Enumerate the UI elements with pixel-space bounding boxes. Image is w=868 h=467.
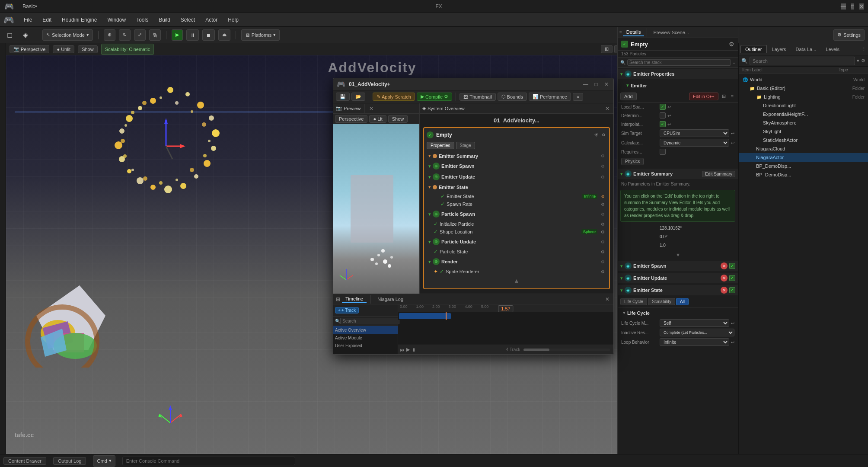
preview-lit-btn[interactable]: ● Lit	[369, 115, 386, 123]
rotate-btn[interactable]: ↻	[119, 29, 131, 41]
tab-timeline[interactable]: Timeline	[342, 295, 367, 303]
spawn-enable-check[interactable]: ✓	[729, 263, 735, 269]
compile-button[interactable]: ▶ Compile ⚙	[417, 93, 452, 101]
menu-edit[interactable]: Edit	[38, 15, 56, 25]
section-emitter-update[interactable]: ▾ ◉ Emitter Update ✕ ✓	[618, 273, 738, 283]
sprite-settings-icon[interactable]: ⚙	[601, 269, 605, 274]
so-item-emitter-state[interactable]: ✓ Emitter State Infinite ⚙	[427, 192, 606, 200]
outliner-dirlight[interactable]: DirectionalLight	[739, 101, 868, 110]
lifecycle-subheader[interactable]: ▾ Life Cycle	[618, 308, 738, 317]
snap-btn[interactable]: ⧎	[149, 29, 161, 41]
particle-spawn-settings-icon[interactable]: ⚙	[601, 212, 605, 217]
so-section-emitter-update[interactable]: ▾ ⊕ Emitter Update ⚙	[427, 172, 606, 182]
add-button[interactable]: Add	[620, 93, 637, 100]
menu-window[interactable]: Window	[103, 15, 130, 25]
play-button[interactable]: ▶	[172, 29, 183, 41]
track-active-module[interactable]: Active Module	[333, 334, 398, 342]
content-drawer-button[interactable]: Content Drawer	[3, 457, 46, 465]
close-button[interactable]: ✕	[859, 3, 864, 10]
emitter-collapse-btn[interactable]: ▲	[427, 275, 606, 286]
outliner-search-input[interactable]	[750, 57, 855, 65]
details-search-input[interactable]	[627, 59, 731, 66]
outliner-skylight[interactable]: SkyLight	[739, 127, 868, 136]
maximize-button[interactable]: □	[851, 3, 854, 10]
edit-summary-button[interactable]: Edit Summary	[702, 171, 735, 177]
update-remove-btn[interactable]: ✕	[721, 275, 728, 281]
loop-behavior-dropdown[interactable]: Infinite Once	[660, 338, 729, 346]
outliner-niagaraactor[interactable]: NiagaraActor	[739, 153, 868, 162]
outliner-niagaracloud[interactable]: NiagaraCloud	[739, 144, 868, 153]
console-input[interactable]	[122, 457, 295, 465]
outliner-world[interactable]: 🌐 World World	[739, 75, 868, 84]
particle-update-settings-icon[interactable]: ⚙	[601, 240, 605, 244]
so-item-init-particle[interactable]: ✓ Initialize Particle ⚙	[427, 220, 606, 228]
so-section-particle-spawn[interactable]: ▾ ⊕ Particle Spawn ⚙	[427, 209, 606, 219]
so-section-emitter-state[interactable]: ▾ Emitter State	[427, 183, 606, 191]
preview-show-btn[interactable]: Show	[388, 115, 408, 123]
lifecycle-mode-dropdown[interactable]: Self System	[660, 319, 729, 327]
section-emitter-spawn[interactable]: ▾ ◉ Emitter Spawn ✕ ✓	[618, 261, 738, 271]
scalability-button[interactable]: Scalability: Cinematic	[101, 44, 154, 55]
outliner-staticmesh[interactable]: StaticMeshActor	[739, 136, 868, 144]
prop-local-spa-reset[interactable]: ↩	[667, 105, 671, 109]
outliner-basic[interactable]: 📁 Basic (Editor) Folder	[739, 84, 868, 93]
prop-calculate-dropdown[interactable]: Dynamic Fixed	[660, 139, 729, 147]
lc-tab-scalability[interactable]: Scalability	[648, 298, 675, 305]
menu-actor[interactable]: Actor	[201, 15, 222, 25]
init-particle-icon[interactable]: ⚙	[601, 222, 605, 227]
pause-button[interactable]: ⏸	[186, 29, 199, 41]
details-grid-icon[interactable]: ⊞	[720, 93, 728, 100]
tab-details[interactable]: Details	[623, 29, 645, 36]
eject-button[interactable]: ⏏	[218, 29, 230, 41]
so-tab-stage[interactable]: Stage	[456, 142, 475, 149]
tab-niagara-log[interactable]: Niagara Log	[374, 296, 407, 303]
prop-requires-check[interactable]	[660, 149, 666, 155]
prop-interpolat-check[interactable]: ✓	[660, 121, 666, 127]
preview-viewport-content[interactable]	[333, 124, 419, 294]
details-list-icon[interactable]: ≡	[729, 93, 735, 100]
preview-perspective-btn[interactable]: Perspective	[335, 115, 367, 123]
lifecycle-mode-reset[interactable]: ↩	[731, 321, 734, 326]
so-item-spawn-rate[interactable]: ✓ Spawn Rate ⚙	[427, 200, 606, 208]
menu-build[interactable]: Build	[154, 15, 175, 25]
prop-calculate-reset[interactable]: ↩	[731, 141, 734, 145]
spawn-remove-btn[interactable]: ✕	[721, 262, 728, 269]
outliner-bp2[interactable]: BP_DemoDisp...	[739, 170, 868, 179]
so-section-emitter-spawn[interactable]: ▾ ⊕ Emitter Spawn ⚙	[427, 161, 606, 171]
tab-levels[interactable]: Levels	[821, 45, 844, 53]
niagara-browse-btn[interactable]: 📂	[351, 93, 365, 101]
settings-button[interactable]: ⚙ Settings	[833, 29, 865, 41]
so-item-sprite-renderer[interactable]: ✦ ✓ Sprite Renderer ⚙	[427, 268, 606, 275]
emitter-update-settings-icon[interactable]: ⚙	[601, 175, 605, 179]
menu-houdini[interactable]: Houdini Engine	[57, 15, 101, 25]
details-filter-icon[interactable]: ≡	[733, 60, 735, 65]
thumbnail-button[interactable]: 🖼 Thumbnail	[460, 93, 495, 101]
tab-data-layers[interactable]: Data La...	[791, 45, 821, 53]
so-tab-properties[interactable]: Properties	[427, 142, 454, 149]
prop-determin-check[interactable]	[660, 112, 666, 118]
unlit-button[interactable]: ● Unlit	[53, 45, 74, 53]
menu-file[interactable]: File	[19, 15, 36, 25]
perspective-button[interactable]: 📷 Perspective	[10, 45, 49, 53]
tab-layers[interactable]: Layers	[768, 45, 791, 53]
summary-expand-btn[interactable]: ▾	[618, 249, 738, 260]
settings-icon[interactable]: ⚙	[861, 58, 865, 64]
lc-tab-lifecycle[interactable]: Life Cycle	[620, 298, 647, 305]
menu-tools[interactable]: Tools	[132, 15, 153, 25]
loop-behavior-reset[interactable]: ↩	[731, 340, 734, 345]
selection-mode-button[interactable]: ↖ Selection Mode ▾	[42, 29, 93, 41]
close-so-icon[interactable]: ✕	[604, 105, 611, 112]
menu-help[interactable]: Help	[223, 15, 243, 25]
niagara-save-btn[interactable]: 💾	[336, 93, 350, 101]
section-emitter-label[interactable]: ▾ Emitter	[618, 81, 738, 90]
timeline-ruler-area[interactable]: 0.001.002.003.004.005.00 1.57	[398, 304, 613, 354]
outliner-skyatmo[interactable]: SkyAtmosphere	[739, 118, 868, 127]
so-item-shape-location[interactable]: ✓ Shape Location Sphere ⚙	[427, 228, 606, 236]
apply-scratch-button[interactable]: ✎ Apply Scratch	[373, 93, 415, 101]
prop-determin-reset[interactable]: ↩	[667, 113, 671, 118]
minimize-button[interactable]: —	[841, 3, 846, 10]
timeline-playhead[interactable]	[446, 312, 447, 320]
menu-select[interactable]: Select	[176, 15, 199, 25]
cmd-button[interactable]: Cmd ▾	[93, 455, 115, 467]
update-enable-check[interactable]: ✓	[729, 275, 735, 281]
